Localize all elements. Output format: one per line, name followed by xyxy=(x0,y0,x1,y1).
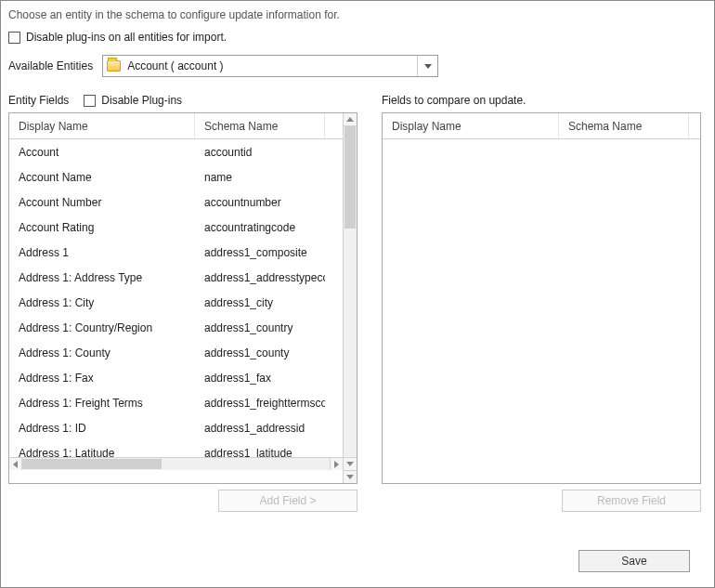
cell-schema-name: address1_addressid xyxy=(195,422,325,435)
available-entities-label: Available Entities xyxy=(8,59,93,72)
disable-all-plugins-row[interactable]: Disable plug-ins on all entities for imp… xyxy=(8,31,707,44)
compare-fields-header: Display Name Schema Name xyxy=(383,113,700,139)
cell-display-name: Address 1: ID xyxy=(9,422,195,435)
table-row[interactable]: Address 1address1_composite xyxy=(9,240,343,265)
cell-schema-name: address1_composite xyxy=(195,246,325,259)
disable-plugins-label: Disable Plug-ins xyxy=(101,94,182,107)
cell-schema-name: address1_city xyxy=(195,296,325,309)
cell-schema-name: address1_country xyxy=(195,321,325,334)
dropdown-corner-button[interactable] xyxy=(343,470,357,483)
table-row[interactable]: Account Ratingaccountratingcode xyxy=(9,215,343,240)
vscroll-track[interactable] xyxy=(344,126,357,457)
cell-display-name: Address 1: Freight Terms xyxy=(9,397,195,410)
hscroll-track[interactable] xyxy=(22,458,330,470)
scroll-down-button[interactable] xyxy=(344,457,357,470)
chevron-down-icon[interactable] xyxy=(417,56,437,76)
available-entities-value: Account ( account ) xyxy=(124,59,417,72)
cell-display-name: Account Name xyxy=(9,171,195,184)
cell-display-name: Address 1 xyxy=(9,246,195,259)
horizontal-scrollbar[interactable] xyxy=(9,457,343,470)
compare-fields-label: Fields to compare on update. xyxy=(382,94,526,107)
cell-display-name: Address 1: Address Type xyxy=(9,271,195,284)
table-row[interactable]: Address 1: Country/Regionaddress1_countr… xyxy=(9,315,343,340)
table-row[interactable]: Account Namename xyxy=(9,164,343,189)
table-row[interactable]: Address 1: Address Typeaddress1_addresst… xyxy=(9,265,343,290)
vertical-scrollbar[interactable] xyxy=(343,113,357,470)
cell-display-name: Account xyxy=(9,146,195,159)
entity-fields-list[interactable]: Display Name Schema Name Accountaccounti… xyxy=(8,112,358,484)
entity-fields-header: Display Name Schema Name xyxy=(9,113,343,139)
cell-display-name: Address 1: City xyxy=(9,296,195,309)
cell-schema-name: accountnumber xyxy=(195,196,325,209)
table-row[interactable]: Address 1: Freight Termsaddress1_freight… xyxy=(9,390,343,415)
hscroll-thumb[interactable] xyxy=(22,459,162,469)
cell-schema-name: address1_freighttermscode xyxy=(195,397,325,410)
header-schema-name[interactable]: Schema Name xyxy=(559,113,689,138)
scroll-left-button[interactable] xyxy=(9,458,22,470)
table-row[interactable]: Address 1: Faxaddress1_fax xyxy=(9,365,343,390)
vscroll-thumb[interactable] xyxy=(344,126,356,229)
scroll-up-button[interactable] xyxy=(344,113,357,126)
instruction-text: Choose an entity in the schema to config… xyxy=(8,8,707,21)
header-schema-name[interactable]: Schema Name xyxy=(195,113,325,138)
available-entities-select[interactable]: Account ( account ) xyxy=(102,55,438,77)
cell-schema-name: address1_county xyxy=(195,346,325,359)
folder-icon xyxy=(103,56,124,76)
table-row[interactable]: Address 1: IDaddress1_addressid xyxy=(9,415,343,440)
cell-schema-name: accountid xyxy=(195,146,325,159)
compare-fields-list[interactable]: Display Name Schema Name xyxy=(382,112,701,484)
cell-schema-name: address1_addresstypecode xyxy=(195,271,325,284)
cell-schema-name: address1_fax xyxy=(195,372,325,385)
disable-all-plugins-label: Disable plug-ins on all entities for imp… xyxy=(26,31,227,44)
disable-all-plugins-checkbox[interactable] xyxy=(8,32,20,44)
cell-display-name: Account Rating xyxy=(9,221,195,234)
table-row[interactable]: Address 1: Cityaddress1_city xyxy=(9,290,343,315)
table-row[interactable]: Address 1: Countyaddress1_county xyxy=(9,340,343,365)
header-display-name[interactable]: Display Name xyxy=(9,113,195,138)
remove-field-button[interactable]: Remove Field xyxy=(562,490,701,512)
cell-schema-name: name xyxy=(195,171,325,184)
cell-display-name: Account Number xyxy=(9,196,195,209)
table-row[interactable]: Account Numberaccountnumber xyxy=(9,189,343,215)
disable-plugins-checkbox[interactable] xyxy=(84,95,96,107)
cell-display-name: Address 1: Country/Region xyxy=(9,321,195,334)
header-display-name[interactable]: Display Name xyxy=(383,113,559,138)
add-field-button[interactable]: Add Field > xyxy=(218,490,358,512)
cell-schema-name: accountratingcode xyxy=(195,221,325,234)
disable-plugins-row[interactable]: Disable Plug-ins xyxy=(84,94,182,107)
table-row[interactable]: Accountaccountid xyxy=(9,139,343,164)
cell-display-name: Address 1: County xyxy=(9,346,195,359)
cell-display-name: Address 1: Fax xyxy=(9,372,195,385)
entity-fields-label: Entity Fields xyxy=(8,94,69,107)
scroll-right-button[interactable] xyxy=(330,458,343,470)
save-button[interactable]: Save xyxy=(578,550,690,572)
